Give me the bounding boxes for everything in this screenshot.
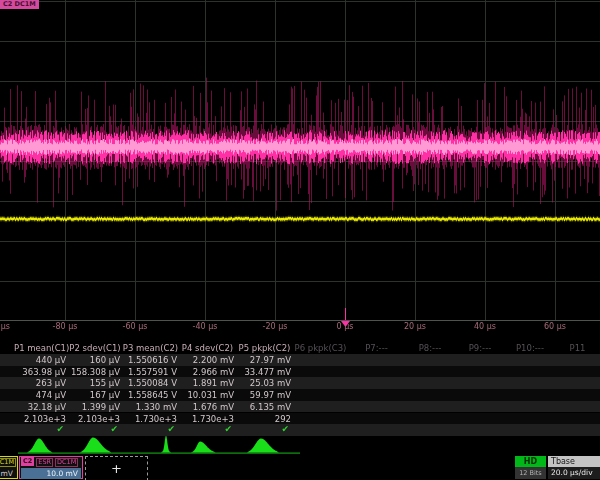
plus-icon: + — [111, 461, 122, 476]
c2-name-badge: C2 — [21, 457, 34, 466]
parameter-header: P4 sdev(C2) — [179, 343, 236, 354]
oscilloscope-screen: C2 DC1M -100 µs-80 µs-60 µs-40 µs-20 µs0… — [0, 0, 600, 480]
channel-descriptor-c1[interactable]: DC1M 10.0 mV — [0, 456, 18, 479]
parameter-header: P8:--- — [405, 343, 455, 354]
parameter-header: P5 pkpk(C2) — [236, 343, 293, 354]
timebase-box[interactable]: Tbase 20.0 µs/div — [548, 456, 600, 479]
parameter-min: 1.891 mV — [179, 377, 236, 389]
parameter-num: 1.730e+3 — [179, 413, 236, 425]
parameter-mean: 1.557591 V — [122, 366, 179, 378]
parameter-sdev: 6.135 mV — [236, 401, 293, 413]
c2-esr-tag: ESR — [36, 458, 53, 467]
parameter-column[interactable]: P10:--- — [505, 343, 555, 437]
axis-tick-label: 60 µs — [544, 322, 566, 331]
parameter-column[interactable]: P7:--- — [348, 343, 405, 437]
parameter-mean: 33.477 mV — [236, 366, 293, 378]
axis-tick-label: -60 µs — [123, 322, 148, 331]
parameter-sdev: 32.18 µV — [14, 401, 68, 413]
parameter-header: P1 mean(C1) — [14, 343, 68, 354]
parameter-column[interactable]: P5 pkpk(C2)27.97 mV33.477 mV25.03 mV59.9… — [236, 343, 293, 437]
parameter-num: 2.103e+3 — [68, 413, 122, 425]
axis-tick-label: -100 µs — [0, 322, 10, 331]
status-check-icon: ✔ — [179, 424, 236, 435]
parameter-sdev: 1.399 µV — [68, 401, 122, 413]
axis-tick-label: -80 µs — [53, 322, 78, 331]
parameter-value: 2.200 mV — [179, 354, 236, 366]
axis-tick-label: 40 µs — [474, 322, 496, 331]
parameter-mean: 2.966 mV — [179, 366, 236, 378]
parameter-column[interactable]: P3 mean(C2)1.550616 V1.557591 V1.550084 … — [122, 343, 179, 437]
parameter-value: 27.97 mV — [236, 354, 293, 366]
parameter-sdev: 1.330 mV — [122, 401, 179, 413]
channel-descriptor-c2[interactable]: C2ESRDC1M 10.0 mV — [19, 456, 83, 479]
parameter-max: 474 µV — [14, 389, 68, 401]
status-check-icon: ✔ — [236, 424, 293, 435]
parameter-value: 1.550616 V — [122, 354, 179, 366]
hd-bits-label: 12 Bits — [515, 467, 546, 479]
hd-mode-box[interactable]: HD 12 Bits — [515, 456, 546, 479]
parameter-max: 59.97 mV — [236, 389, 293, 401]
status-check-icon: ✔ — [122, 424, 179, 435]
c1-coupling-tag: DC1M — [0, 458, 16, 467]
parameter-mean: 158.308 µV — [68, 366, 122, 378]
measurement-table: P1 mean(C1)440 µV363.98 µV263 µV474 µV32… — [0, 343, 600, 437]
axis-tick-label: -20 µs — [263, 322, 288, 331]
parameter-sdev: 1.676 mV — [179, 401, 236, 413]
parameter-min: 263 µV — [14, 377, 68, 389]
parameter-column[interactable]: P6 pkpk(C3) — [293, 343, 348, 437]
parameter-min: 155 µV — [68, 377, 122, 389]
axis-tick-label: -40 µs — [193, 322, 218, 331]
parameter-column[interactable]: P1 mean(C1)440 µV363.98 µV263 µV474 µV32… — [14, 343, 68, 437]
parameter-max: 1.558645 V — [122, 389, 179, 401]
timebase-value: 20.0 µs/div — [548, 467, 600, 479]
axis-tick-label: 0 µs — [337, 322, 354, 331]
add-trace-button[interactable]: + — [85, 456, 148, 480]
parameter-header: P6 pkpk(C3) — [293, 343, 348, 354]
parameter-header: P9:--- — [455, 343, 505, 354]
axis-tick-label: 20 µs — [404, 322, 426, 331]
parameter-value: 440 µV — [14, 354, 68, 366]
parameter-num: 292 — [236, 413, 293, 425]
parameter-num: 1.730e+3 — [122, 413, 179, 425]
parameter-min: 1.550084 V — [122, 377, 179, 389]
parameter-header: P10:--- — [505, 343, 555, 354]
parameter-max: 10.031 mV — [179, 389, 236, 401]
c2-coupling-tag: DC1M — [55, 458, 78, 467]
parameter-header: P3 mean(C2) — [122, 343, 179, 354]
status-check-icon: ✔ — [14, 424, 68, 435]
parameter-min: 25.03 mV — [236, 377, 293, 389]
parameter-column[interactable]: P9:--- — [455, 343, 505, 437]
parameter-header: P2 sdev(C1) — [68, 343, 122, 354]
parameter-header: P11 — [555, 343, 600, 354]
parameter-column[interactable]: P11 — [555, 343, 600, 437]
parameter-value: 160 µV — [68, 354, 122, 366]
parameter-mean: 363.98 µV — [14, 366, 68, 378]
parameter-max: 167 µV — [68, 389, 122, 401]
parameter-column[interactable]: P2 sdev(C1)160 µV158.308 µV155 µV167 µV1… — [68, 343, 122, 437]
c1-scale: 10.0 mV — [0, 468, 16, 479]
parameter-column[interactable]: P4 sdev(C2)2.200 mV2.966 mV1.891 mV10.03… — [179, 343, 236, 437]
parameter-header: P7:--- — [348, 343, 405, 354]
parameter-column[interactable]: P8:--- — [405, 343, 455, 437]
status-check-icon: ✔ — [68, 424, 122, 435]
timebase-label: Tbase — [548, 456, 600, 467]
hd-badge: HD — [515, 456, 546, 467]
c2-scale: 10.0 mV — [21, 468, 81, 479]
trace-annotation-badge: C2 DC1M — [0, 0, 39, 9]
parameter-num: 2.103e+3 — [14, 413, 68, 425]
